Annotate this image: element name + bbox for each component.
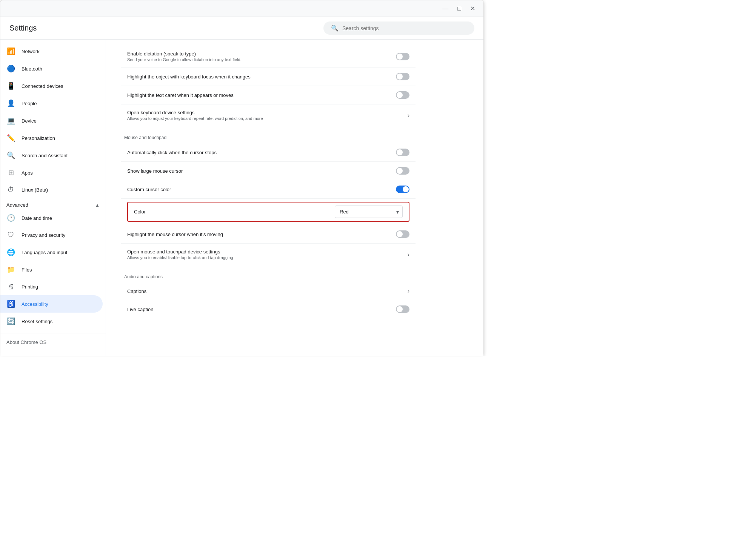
sidebar-item-device[interactable]: 💻 Device <box>0 112 103 129</box>
bluetooth-icon: 🔵 <box>6 64 15 73</box>
sidebar-item-label: Network <box>22 49 40 54</box>
setting-info: Highlight the mouse cursor when it's mov… <box>127 232 396 237</box>
setting-desc: Send your voice to Google to allow dicta… <box>127 57 396 62</box>
sidebar-item-network[interactable]: 📶 Network <box>0 43 103 60</box>
sidebar-item-label: Apps <box>22 170 33 176</box>
sidebar-item-people[interactable]: 👤 People <box>0 95 103 112</box>
setting-info: Open mouse and touchpad device settings … <box>127 249 408 260</box>
sidebar-item-label: Languages and input <box>22 250 67 255</box>
setting-auto-click: Automatically click when the cursor stop… <box>121 143 416 162</box>
accessibility-icon: ♿ <box>6 300 15 308</box>
sidebar-item-linux[interactable]: ⏱ Linux (Beta) <box>0 181 103 198</box>
search-input[interactable] <box>342 25 467 31</box>
setting-label: Automatically click when the cursor stop… <box>127 150 396 155</box>
about-chromeos-link[interactable]: About Chrome OS <box>6 338 100 347</box>
section-title-mouse-touchpad: Mouse and touchpad <box>121 135 416 140</box>
setting-info: Live caption <box>127 307 396 312</box>
sidebar-item-label: Files <box>22 267 32 273</box>
app-header: Settings 🔍 <box>0 17 483 40</box>
setting-large-cursor: Show large mouse cursor <box>121 162 416 180</box>
sidebar-item-label: Accessibility <box>22 301 48 307</box>
sidebar-item-label: Search and Assistant <box>22 153 68 158</box>
keyboard-focus-toggle[interactable] <box>396 73 409 80</box>
setting-info: Automatically click when the cursor stop… <box>127 150 396 155</box>
setting-label: Highlight the mouse cursor when it's mov… <box>127 232 396 237</box>
arrow-right-icon: › <box>408 251 409 258</box>
setting-desc: Allows you to adjust your keyboard repea… <box>127 116 408 121</box>
setting-info: Captions <box>127 288 408 294</box>
wifi-icon: 📶 <box>6 47 15 55</box>
maximize-button[interactable]: □ <box>455 4 463 14</box>
refresh-icon: 🔄 <box>6 317 15 325</box>
sidebar-item-label: People <box>22 101 37 106</box>
person-icon: 👤 <box>6 99 15 107</box>
large-cursor-toggle[interactable] <box>396 167 409 175</box>
shield-icon: 🛡 <box>6 231 15 239</box>
setting-custom-cursor-color: Custom cursor color <box>121 180 416 199</box>
device-icon: 📱 <box>6 82 15 90</box>
setting-action: › <box>408 251 409 258</box>
sidebar-item-search-assistant[interactable]: 🔍 Search and Assistant <box>0 147 103 164</box>
setting-info: Enable dictation (speak to type) Send yo… <box>127 51 396 62</box>
arrow-right-icon: › <box>408 112 409 119</box>
color-select[interactable]: Red Blue Green Yellow Black White <box>335 206 403 218</box>
setting-label: Highlight the object with keyboard focus… <box>127 74 396 80</box>
setting-action <box>396 91 409 99</box>
sidebar-item-label: Date and time <box>22 215 52 221</box>
search-nav-icon: 🔍 <box>6 151 15 160</box>
sidebar-footer: About Chrome OS <box>0 333 106 351</box>
advanced-label: Advanced <box>6 202 28 208</box>
edit-icon: ✏️ <box>6 134 15 142</box>
setting-mouse-touchpad-settings[interactable]: Open mouse and touchpad device settings … <box>121 244 416 265</box>
sidebar-item-accessibility[interactable]: ♿ Accessibility <box>0 295 103 313</box>
advanced-section-header[interactable]: Advanced ▲ <box>0 198 106 209</box>
audio-captions-section: Audio and captions Captions › Live capti… <box>121 274 416 318</box>
auto-click-toggle[interactable] <box>396 149 409 156</box>
setting-action <box>396 186 409 193</box>
live-caption-toggle[interactable] <box>396 305 409 313</box>
sidebar-item-languages-input[interactable]: 🌐 Languages and input <box>0 244 103 261</box>
text-caret-toggle[interactable] <box>396 91 409 99</box>
custom-cursor-color-toggle[interactable] <box>396 186 409 193</box>
close-button[interactable]: ✕ <box>468 3 477 14</box>
keyboard-section: Enable dictation (speak to type) Send yo… <box>121 46 416 126</box>
setting-action: › <box>408 288 409 295</box>
setting-info: Open keyboard device settings Allows you… <box>127 110 408 121</box>
setting-label: Highlight the text caret when it appears… <box>127 92 396 98</box>
sidebar-item-label: Personalization <box>22 135 55 141</box>
setting-captions[interactable]: Captions › <box>121 282 416 300</box>
setting-live-caption: Live caption <box>121 300 416 318</box>
settings-window: — □ ✕ Settings 🔍 📶 Network 🔵 Bluetooth 📱 <box>0 0 484 356</box>
setting-action <box>396 305 409 313</box>
sidebar-item-date-time[interactable]: 🕐 Date and time <box>0 209 103 227</box>
section-title-audio-captions: Audio and captions <box>121 274 416 279</box>
setting-action <box>396 53 409 60</box>
sidebar-item-privacy-security[interactable]: 🛡 Privacy and security <box>0 227 103 244</box>
color-select-wrapper[interactable]: Red Blue Green Yellow Black White <box>335 206 403 218</box>
main-content: 📶 Network 🔵 Bluetooth 📱 Connected device… <box>0 40 483 356</box>
globe-icon: 🌐 <box>6 248 15 256</box>
toggle-slider <box>396 186 409 193</box>
sidebar-item-personalization[interactable]: ✏️ Personalization <box>0 129 103 147</box>
dictation-toggle[interactable] <box>396 53 409 60</box>
sidebar-item-label: Reset settings <box>22 319 52 324</box>
laptop-icon: 💻 <box>6 117 15 125</box>
sidebar-item-printing[interactable]: 🖨 Printing <box>0 278 103 295</box>
setting-info: Show large mouse cursor <box>127 168 396 174</box>
toggle-slider <box>396 167 409 175</box>
minimize-button[interactable]: — <box>440 4 451 14</box>
setting-keyboard-device-settings[interactable]: Open keyboard device settings Allows you… <box>121 104 416 126</box>
search-icon: 🔍 <box>331 25 339 32</box>
sidebar-item-label: Bluetooth <box>22 66 42 72</box>
sidebar-item-bluetooth[interactable]: 🔵 Bluetooth <box>0 60 103 77</box>
sidebar-item-label: Printing <box>22 284 38 290</box>
highlight-cursor-toggle[interactable] <box>396 230 409 238</box>
sidebar-item-files[interactable]: 📁 Files <box>0 261 103 278</box>
search-bar[interactable]: 🔍 <box>323 21 474 35</box>
arrow-right-icon: › <box>408 288 409 295</box>
sidebar-item-label: Linux (Beta) <box>22 187 48 193</box>
sidebar-item-reset-settings[interactable]: 🔄 Reset settings <box>0 313 103 330</box>
sidebar-item-apps[interactable]: ⊞ Apps <box>0 164 103 181</box>
sidebar-item-connected-devices[interactable]: 📱 Connected devices <box>0 77 103 95</box>
title-bar: — □ ✕ <box>0 0 483 17</box>
